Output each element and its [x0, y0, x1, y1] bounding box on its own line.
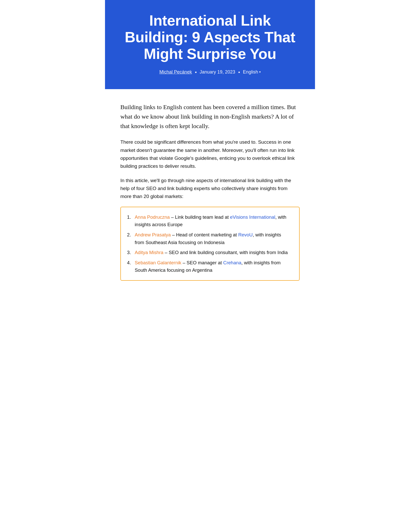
company-link-evisions[interactable]: eVisions International: [230, 214, 275, 220]
intro-paragraph: Building links to English content has be…: [120, 102, 300, 131]
header-meta: Michal Pecánek ■ January 19, 2023 ■ Engl…: [120, 69, 300, 75]
publish-date: January 19, 2023: [200, 69, 235, 75]
experts-box: 1. Anna Podruczna – Link building team l…: [120, 207, 300, 281]
expert-name-sebastian[interactable]: Sebastian Galanternik: [135, 260, 181, 265]
list-number: 4.: [127, 259, 133, 274]
expert-desc-2: – Head of content marketing at: [171, 232, 238, 237]
language-label: English: [243, 69, 258, 75]
language-dropdown[interactable]: English ▾: [243, 69, 261, 75]
expert-name-andrew[interactable]: Andrew Prasatya: [135, 232, 171, 237]
expert-name-anna[interactable]: Anna Podruczna: [135, 214, 170, 220]
separator-1: ■: [195, 71, 196, 74]
expert-name-aditya[interactable]: Aditya Mishra: [135, 250, 163, 255]
separator-2: ■: [238, 71, 240, 74]
content-section: Building links to English content has be…: [105, 89, 315, 291]
expert-desc-1: – Link building team lead at: [170, 214, 230, 220]
experts-list: 1. Anna Podruczna – Link building team l…: [127, 213, 291, 274]
list-item-text: Anna Podruczna – Link building team lead…: [135, 213, 291, 228]
list-item: 3. Aditya Mishra – SEO and link building…: [127, 249, 291, 256]
list-item: 4. Sebastian Galanternik – SEO manager a…: [127, 259, 291, 274]
page-title: International Link Building: 9 Aspects T…: [120, 12, 300, 62]
company-link-crehana[interactable]: Crehana: [223, 260, 242, 265]
list-item-text: Sebastian Galanternik – SEO manager at C…: [135, 259, 291, 274]
header-section: International Link Building: 9 Aspects T…: [105, 0, 315, 89]
list-number: 1.: [127, 213, 133, 228]
list-item: 2. Andrew Prasatya – Head of content mar…: [127, 231, 291, 246]
author-link[interactable]: Michal Pecánek: [159, 69, 192, 75]
expert-desc-4: – SEO manager at: [181, 260, 223, 265]
list-item-text: Andrew Prasatya – Head of content market…: [135, 231, 291, 246]
list-number: 2.: [127, 231, 133, 246]
company-link-revou[interactable]: RevoU: [238, 232, 253, 237]
list-item: 1. Anna Podruczna – Link building team l…: [127, 213, 291, 228]
body-paragraph-2: In this article, we'll go through nine a…: [120, 176, 300, 201]
list-number: 3.: [127, 249, 133, 256]
chevron-down-icon: ▾: [259, 70, 261, 74]
expert-desc-3: – SEO and link building consultant, with…: [163, 250, 288, 255]
list-item-text: Aditya Mishra – SEO and link building co…: [135, 249, 291, 256]
body-paragraph-1: There could be significant differences f…: [120, 138, 300, 170]
